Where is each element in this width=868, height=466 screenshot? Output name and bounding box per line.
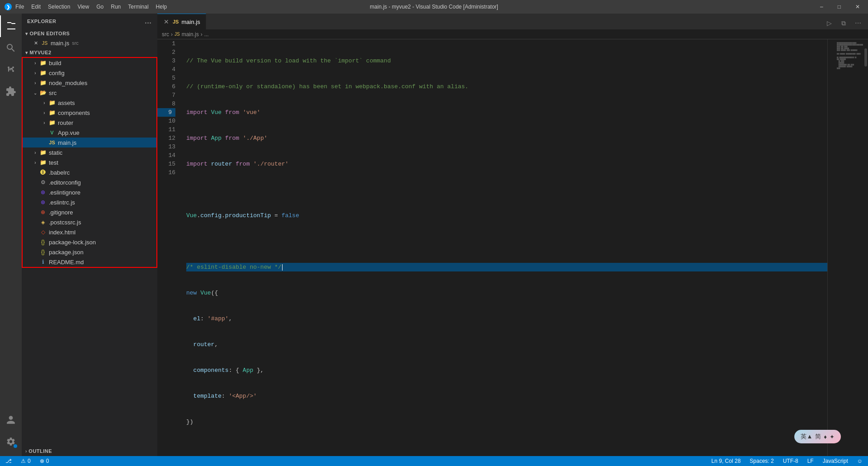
settings-notification [14, 444, 17, 448]
breadcrumb-sep2: › [201, 31, 203, 38]
close-button[interactable]: ✕ [852, 3, 863, 11]
vertical-scrollbar[interactable] [863, 39, 868, 456]
git-branch-status[interactable]: ⎇ [4, 458, 14, 464]
indentation-status[interactable]: Spaces: 2 [748, 458, 775, 464]
language-status[interactable]: JavaScript [821, 458, 850, 464]
menu-go[interactable]: Go [96, 4, 104, 10]
tree-item-config[interactable]: › 📁 config [23, 68, 156, 78]
tree-item-router[interactable]: › 📁 router [23, 118, 156, 128]
folder-icon: 📁 [48, 119, 56, 126]
readme-icon: ℹ [39, 259, 47, 265]
warning-count: 0 [46, 458, 49, 464]
tree-item-static[interactable]: › 📁 static [23, 147, 156, 157]
activity-search[interactable] [0, 37, 22, 59]
run-button[interactable]: ▷ [823, 17, 835, 29]
tree-item-main-js[interactable]: JS main.js [23, 138, 156, 147]
warning-icon: ⊗ [40, 458, 44, 464]
tree-item-gitignore[interactable]: ⊕ .gitignore [23, 207, 156, 217]
cursor-position[interactable]: Ln 9, Col 28 [710, 458, 743, 464]
tree-item-editorconfig[interactable]: ⚙ .editorconfig [23, 177, 156, 187]
tree-item-package-json[interactable]: {} package.json [23, 247, 156, 257]
project-root-header[interactable]: ▾ MYVUE2 [22, 48, 157, 57]
tree-item-postcssrc[interactable]: ◈ .postcssrc.js [23, 217, 156, 227]
tree-item-babelrc[interactable]: 🅑 .babelrc [23, 167, 156, 177]
eol-status[interactable]: LF [806, 458, 816, 464]
menu-terminal[interactable]: Terminal [128, 4, 148, 10]
json-icon: {} [39, 239, 47, 245]
minimize-button[interactable]: – [816, 3, 827, 11]
vscode-logo: ❯ [5, 3, 12, 10]
tab-bar: ✕ JS main.js ▷ ⧉ ⋯ [157, 14, 868, 29]
code-line-1: // The Vue build version to load with th… [186, 57, 827, 65]
code-content[interactable]: // The Vue build version to load with th… [179, 39, 827, 456]
tree-item-eslintignore[interactable]: ⊛ .eslintignore [23, 187, 156, 197]
split-editor-button[interactable]: ⧉ [837, 17, 850, 29]
activity-source-control[interactable] [0, 59, 22, 81]
code-editor: 1 2 3 4 5 6 7 8 9 10 11 12 13 14 15 16 /… [157, 39, 868, 456]
activity-settings[interactable] [0, 431, 22, 452]
code-line-13: components: { App }, [186, 366, 827, 375]
menu-view[interactable]: View [77, 4, 89, 10]
breadcrumb-more[interactable]: ... [204, 31, 209, 38]
code-line-6 [186, 185, 827, 194]
warnings-status[interactable]: ⊗ 0 [38, 458, 51, 464]
code-line-7: Vue.config.productionTip = false [186, 211, 827, 220]
maximize-button[interactable]: □ [834, 3, 844, 11]
error-icon: ⚠ [21, 458, 26, 464]
menu-bar[interactable]: File Edit Selection View Go Run Terminal… [15, 4, 167, 10]
folder-icon: 📁 [39, 159, 47, 166]
tree-item-assets[interactable]: › 📁 assets [23, 98, 156, 108]
menu-run[interactable]: Run [111, 4, 121, 10]
sidebar-menu-button[interactable]: … [145, 17, 152, 25]
tree-item-node-modules[interactable]: › 📁 node_modules [23, 78, 156, 88]
tree-item-build[interactable]: › 📁 build [23, 58, 156, 68]
tab-close-icon[interactable]: ✕ [163, 18, 170, 25]
status-bar-right: Ln 9, Col 28 Spaces: 2 UTF-8 LF JavaScri… [710, 458, 864, 464]
ime-badge[interactable]: 英▲ 简 ♦ ✦ [794, 430, 841, 443]
activity-account[interactable] [0, 409, 22, 431]
code-line-9: /* eslint-disable no-new */ [186, 263, 827, 271]
encoding-status[interactable]: UTF-8 [781, 458, 800, 464]
menu-selection[interactable]: Selection [48, 4, 70, 10]
code-line-3: import Vue from 'vue' [186, 108, 827, 117]
tree-item-app-vue[interactable]: V App.vue [23, 128, 156, 138]
menu-help[interactable]: Help [156, 4, 167, 10]
open-editors-header[interactable]: ▾ OPEN EDITORS [22, 29, 157, 38]
tree-item-test[interactable]: › 📁 test [23, 157, 156, 167]
menu-edit[interactable]: Edit [31, 4, 41, 10]
status-bar: ⎇ ⚠ 0 ⊗ 0 Ln 9, Col 28 Spaces: 2 UTF-8 L… [0, 456, 868, 466]
activity-bottom [0, 409, 22, 456]
breadcrumb: src › JS main.js › ... [157, 29, 868, 39]
breadcrumb-src[interactable]: src [162, 31, 169, 38]
activity-extensions[interactable] [0, 81, 22, 102]
tab-main-js[interactable]: ✕ JS main.js [157, 14, 206, 29]
menu-file[interactable]: File [15, 4, 24, 10]
tree-item-src[interactable]: ⌄ 📂 src [23, 88, 156, 98]
tree-item-components[interactable]: › 📁 components [23, 108, 156, 118]
errors-status[interactable]: ⚠ 0 [19, 458, 33, 464]
minimap: ████████████████████████ ███████████████… [827, 39, 863, 456]
feedback-icon: ☺ [857, 458, 863, 464]
breadcrumb-filename[interactable]: main.js [182, 31, 199, 38]
js-icon: JS [41, 40, 49, 46]
tree-item-eslintrc[interactable]: ⊛ .eslintrc.js [23, 197, 156, 207]
open-file-main-js[interactable]: ✕ JS main.js src [22, 38, 157, 48]
code-line-14: template: '<App/>' [186, 392, 827, 400]
outline-section: › OUTLINE [22, 271, 157, 275]
window-controls[interactable]: – □ ✕ [816, 3, 863, 11]
folder-open-icon: 📂 [39, 90, 47, 96]
code-line-2: // (runtime-only or standalone) has been… [186, 82, 827, 91]
activity-explorer[interactable] [0, 15, 22, 37]
more-actions-button[interactable]: ⋯ [852, 17, 864, 29]
scrollbar-thumb[interactable] [864, 48, 867, 67]
json-icon: {} [39, 249, 47, 255]
code-line-12: router, [186, 340, 827, 349]
open-editors-section: ▾ OPEN EDITORS ✕ JS main.js src [22, 29, 157, 48]
outline-bar[interactable]: › OUTLINE [22, 446, 136, 456]
tree-item-package-lock[interactable]: {} package-lock.json [23, 237, 156, 247]
close-icon[interactable]: ✕ [33, 40, 39, 46]
chevron-right-icon: › [41, 110, 48, 115]
tree-item-index-html[interactable]: ◇ index.html [23, 227, 156, 237]
tree-item-readme[interactable]: ℹ README.md [23, 257, 156, 267]
feedback-status[interactable]: ☺ [855, 458, 864, 464]
